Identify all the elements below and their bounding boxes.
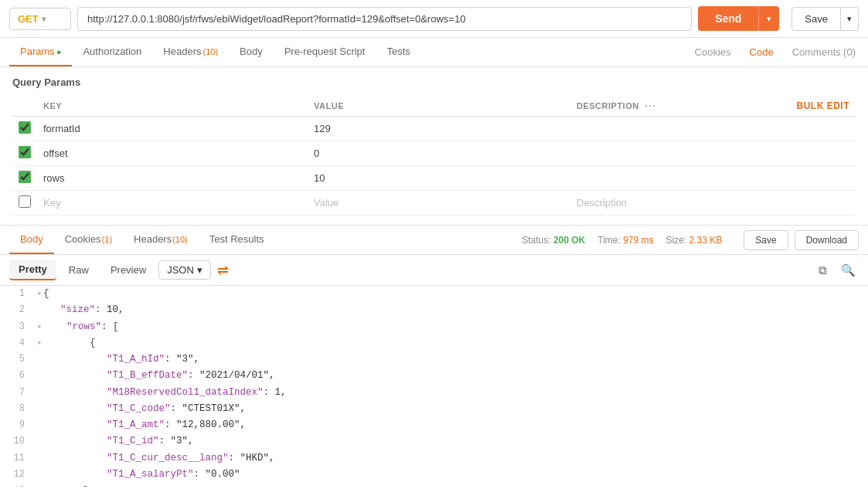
tab-params[interactable]: Params ● bbox=[9, 38, 72, 66]
status-label: Status: 200 OK bbox=[522, 235, 585, 246]
resp-tab-cookies[interactable]: Cookies(1) bbox=[54, 226, 123, 254]
fold-button-4[interactable]: ▾ bbox=[37, 339, 42, 348]
code-line-13: 13 }, bbox=[0, 483, 868, 487]
send-btn-group: Send ▾ bbox=[698, 6, 779, 31]
table-row: offset 0 bbox=[12, 141, 856, 166]
code-line-11: 11 "T1_C_cur_desc__lang": "HKD", bbox=[0, 450, 868, 467]
format-bar: Pretty Raw Preview JSON ▾ ⇌ ⧉ 🔍 bbox=[0, 255, 868, 286]
copy-icon[interactable]: ⧉ bbox=[815, 260, 830, 280]
code-link[interactable]: Code bbox=[747, 39, 777, 66]
response-status: Status: 200 OK Time: 979 ms Size: 2.33 K… bbox=[522, 230, 859, 250]
param-value-placeholder: Value bbox=[314, 197, 339, 209]
size-label: Size: 2.33 KB bbox=[666, 235, 723, 246]
send-button[interactable]: Send bbox=[698, 6, 758, 31]
fold-button-3[interactable]: ▾ bbox=[37, 323, 42, 331]
resp-tab-headers[interactable]: Headers(10) bbox=[123, 226, 199, 254]
time-label: Time: 979 ms bbox=[597, 235, 653, 246]
search-icon[interactable]: 🔍 bbox=[838, 260, 859, 280]
fold-button-1[interactable]: ▾ bbox=[37, 290, 42, 298]
tab-tests[interactable]: Tests bbox=[376, 38, 420, 66]
json-format-select[interactable]: JSON ▾ bbox=[158, 260, 211, 280]
code-line-12: 12 "T1_A_salaryPt": "0.00" bbox=[0, 467, 868, 483]
params-table: KEY VALUE DESCRIPTION ··· Bulk Edit form… bbox=[12, 96, 856, 216]
method-chevron-icon: ▾ bbox=[42, 15, 46, 23]
time-value: 979 ms bbox=[623, 235, 653, 246]
comments-link[interactable]: Comments (0) bbox=[789, 39, 859, 66]
code-line-4: 4▾ { bbox=[0, 335, 868, 351]
send-dropdown-button[interactable]: ▾ bbox=[758, 6, 779, 31]
code-area: 1▾{2 "size": 10,3▾ "rows": [4▾ {5 "T1_A_… bbox=[0, 286, 868, 487]
save-btn-group: Save ▾ bbox=[791, 7, 859, 31]
fmt-tab-pretty[interactable]: Pretty bbox=[9, 260, 56, 280]
param-key-placeholder: Key bbox=[43, 197, 60, 209]
section-title: Query Params bbox=[12, 76, 856, 88]
cookies-link[interactable]: Cookies bbox=[692, 39, 734, 66]
req-tabs-right: Cookies Code Comments (0) bbox=[692, 39, 859, 66]
resp-save-button[interactable]: Save bbox=[744, 230, 788, 250]
resp-actions: Save Download bbox=[744, 230, 859, 250]
method-value: GET bbox=[18, 13, 39, 25]
status-value: 200 OK bbox=[553, 235, 585, 246]
tab-prerequest[interactable]: Pre-request Script bbox=[274, 38, 376, 66]
param-checkbox-3[interactable] bbox=[19, 195, 31, 208]
code-line-3: 3▾ "rows": [ bbox=[0, 319, 868, 335]
desc-header: DESCRIPTION ··· Bulk Edit bbox=[570, 96, 856, 117]
param-value-2: 10 bbox=[314, 172, 325, 184]
param-desc-placeholder: Description bbox=[577, 197, 627, 209]
param-checkbox-2[interactable] bbox=[19, 171, 31, 183]
param-key-2: rows bbox=[43, 172, 64, 184]
tab-body[interactable]: Body bbox=[229, 38, 274, 66]
table-row: formatId 129 bbox=[12, 117, 856, 141]
param-key-1: offset bbox=[43, 148, 68, 159]
code-line-1: 1▾{ bbox=[0, 286, 868, 302]
fmt-tab-preview[interactable]: Preview bbox=[101, 260, 155, 280]
tab-headers[interactable]: Headers (10) bbox=[152, 38, 229, 66]
top-bar: GET ▾ Send ▾ Save ▾ bbox=[0, 0, 868, 38]
param-checkbox-0[interactable] bbox=[19, 121, 31, 134]
code-line-8: 8 "T1_C_code": "CTEST01X", bbox=[0, 401, 868, 417]
format-bar-right: ⧉ 🔍 bbox=[815, 260, 859, 280]
code-line-2: 2 "size": 10, bbox=[0, 302, 868, 318]
json-chevron-icon: ▾ bbox=[197, 264, 203, 276]
param-checkbox-1[interactable] bbox=[19, 146, 31, 158]
tab-authorization[interactable]: Authorization bbox=[72, 38, 152, 66]
code-line-9: 9 "T1_A_amt": "12,880.00", bbox=[0, 417, 868, 433]
save-dropdown-button[interactable]: ▾ bbox=[841, 7, 859, 31]
method-select[interactable]: GET ▾ bbox=[9, 8, 71, 30]
query-params-section: Query Params KEY VALUE DESCRIPTION ··· B… bbox=[0, 67, 868, 225]
size-value: 2.33 KB bbox=[689, 235, 723, 246]
resp-tab-testresults[interactable]: Test Results bbox=[199, 226, 275, 254]
key-header: KEY bbox=[37, 96, 308, 117]
param-value-0: 129 bbox=[314, 123, 331, 134]
request-tabs: Params ● Authorization Headers (10) Body… bbox=[0, 38, 868, 67]
code-line-7: 7 "M18ReservedCol1_dataIndex": 1, bbox=[0, 385, 868, 401]
table-row-placeholder: Key Value Description bbox=[12, 191, 856, 216]
value-header: VALUE bbox=[308, 96, 570, 117]
response-tabs: Body Cookies(1) Headers(10) Test Results… bbox=[0, 226, 868, 255]
param-value-1: 0 bbox=[314, 148, 319, 159]
url-input[interactable] bbox=[77, 7, 692, 31]
param-key-0: formatId bbox=[43, 123, 80, 134]
code-line-5: 5 "T1_A_hId": "3", bbox=[0, 351, 868, 368]
code-line-10: 10 "T1_C_id": "3", bbox=[0, 433, 868, 450]
wrap-icon[interactable]: ⇌ bbox=[217, 262, 229, 279]
resp-tab-body[interactable]: Body bbox=[9, 226, 54, 254]
more-options-icon[interactable]: ··· bbox=[645, 101, 657, 110]
download-button[interactable]: Download bbox=[795, 230, 859, 250]
code-line-6: 6 "T1_B_effDate": "2021/04/01", bbox=[0, 368, 868, 384]
fmt-tab-raw[interactable]: Raw bbox=[60, 260, 98, 280]
save-button[interactable]: Save bbox=[791, 7, 841, 31]
bulk-edit-button[interactable]: Bulk Edit bbox=[797, 100, 850, 111]
table-row: rows 10 bbox=[12, 166, 856, 191]
